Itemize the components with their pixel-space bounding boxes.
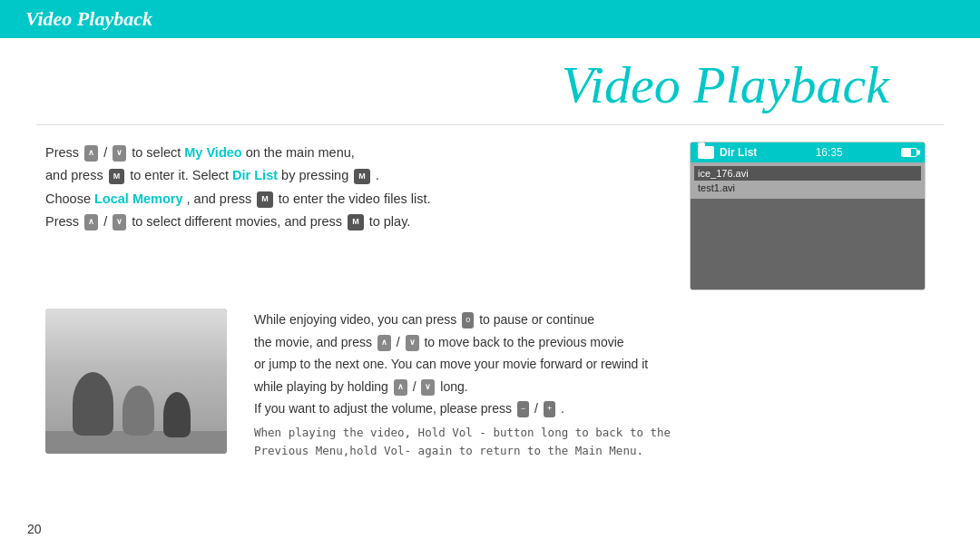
down-arrow-btn2: ∨	[113, 214, 126, 230]
scene-figure-1	[73, 372, 113, 436]
m-btn-1: M	[109, 169, 125, 185]
dir-list-header-left: Dir List	[698, 146, 757, 159]
playback-instruction-block: While enjoying video, you can press o to…	[254, 309, 944, 420]
up-btn-pb: ∧	[377, 335, 391, 351]
line1-press: Press	[45, 145, 79, 160]
pb-line5-post: .	[561, 401, 564, 416]
line4-press: Press	[45, 214, 79, 229]
playback-instruction-small: When playing the video, Hold Vol - butto…	[254, 424, 944, 460]
line3-post: to enter the video files list.	[279, 191, 431, 206]
up-arrow-btn2: ∧	[84, 214, 98, 230]
dir-list-screenshot-col: Dir List 16:35 ice_176.avi test1.avi	[690, 142, 944, 290]
dir-list-time: 16:35	[816, 146, 843, 159]
bottom-section: While enjoying video, you can press o to…	[36, 309, 944, 460]
m-btn-4: M	[348, 214, 364, 230]
instruction-text-col: Press ∧ / ∨ to select My Video on the ma…	[36, 142, 671, 290]
page-number: 20	[27, 522, 42, 536]
divider	[36, 124, 944, 125]
pb-line2-pre: the movie, and press	[254, 335, 372, 349]
pb-line1-post: to pause or continue	[479, 312, 594, 327]
pb-line5-pre: If you want to adjust the volume, please…	[254, 401, 512, 416]
dir-list-header: Dir List 16:35	[691, 142, 925, 162]
line2-period: .	[376, 168, 379, 182]
pb-line6: When playing the video, Hold Vol - butto…	[254, 426, 671, 439]
down-btn-pb: ∨	[406, 335, 419, 351]
line1-to-select: to select	[132, 145, 184, 160]
top-banner: Video Playback	[0, 0, 980, 38]
down-btn-pb2: ∨	[421, 379, 435, 396]
top-section: Press ∧ / ∨ to select My Video on the ma…	[36, 142, 944, 290]
dir-list-item-2: test1.avi	[698, 181, 917, 195]
down-arrow-btn: ∨	[113, 145, 126, 162]
vol-minus-btn: −	[517, 401, 529, 417]
scene-figure-3	[163, 392, 191, 437]
line1-end: on the main menu,	[246, 145, 355, 160]
battery-icon	[901, 148, 917, 157]
dir-list-label: Dir List	[232, 168, 278, 182]
dir-list-screenshot: Dir List 16:35 ice_176.avi test1.avi	[690, 142, 926, 290]
page-title-area: Video Playback	[36, 38, 944, 124]
scene-background	[45, 309, 227, 454]
page-title-large: Video Playback	[562, 55, 889, 114]
up-arrow-btn: ∧	[84, 145, 98, 162]
scene-figure-2	[122, 386, 154, 436]
instruction-block: Press ∧ / ∨ to select My Video on the ma…	[45, 142, 671, 234]
playback-text-col: While enjoying video, you can press o to…	[245, 309, 944, 460]
line2-mid: to enter it. Select	[130, 168, 232, 182]
battery-level	[902, 149, 911, 156]
line3-and-press: , and press	[187, 191, 256, 206]
line2-and-press: and press	[45, 168, 103, 182]
local-memory-label: Local Memory	[94, 191, 183, 206]
pb-line7: Previous Menu,hold Vol- again to return …	[254, 444, 643, 457]
dir-list-item-1: ice_176.avi	[694, 166, 921, 181]
up-btn-pb2: ∧	[394, 379, 407, 396]
banner-title: Video Playback	[25, 7, 152, 31]
pb-line1-pre: While enjoying video, you can press	[254, 312, 456, 327]
line4-mid: to select different movies, and press	[132, 214, 346, 229]
line2-by-pressing: by pressing	[281, 168, 352, 182]
pb-line2-post: to move back to the previous movie	[424, 335, 623, 349]
my-video-label: My Video	[184, 145, 241, 160]
folder-icon	[698, 146, 714, 159]
pause-btn: o	[462, 312, 474, 328]
line3-choose: Choose	[45, 191, 91, 206]
m-btn-2: M	[354, 169, 370, 185]
vol-plus-btn: +	[544, 401, 555, 417]
main-content: Video Playback Press ∧ / ∨ to select My …	[0, 38, 980, 460]
m-btn-3: M	[257, 191, 273, 208]
line4-post: to play.	[369, 214, 411, 229]
pb-line4-pre: while playing by holding	[254, 379, 388, 394]
dir-list-preview	[691, 199, 925, 289]
dir-list-body: ice_176.avi test1.avi	[691, 162, 925, 199]
video-thumbnail	[45, 309, 227, 454]
pb-line4-post: long.	[440, 379, 467, 394]
dir-list-title: Dir List	[720, 146, 757, 159]
pb-line3: or jump to the next one. You can move yo…	[254, 357, 648, 371]
